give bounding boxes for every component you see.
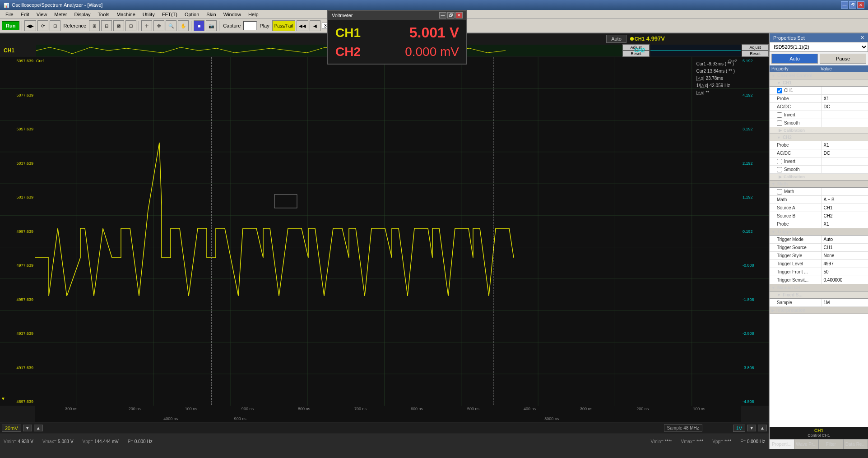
section-ch1-calibration[interactable]: ▶ Calibration xyxy=(770,127,868,134)
menu-tools[interactable]: Tools xyxy=(94,11,113,18)
pause-btn[interactable]: Pause xyxy=(820,54,866,64)
section-ch2-calibration[interactable]: ▶ Calibration xyxy=(770,174,868,180)
menu-skin[interactable]: Skin xyxy=(203,11,219,18)
ch1-smooth-row: Smooth xyxy=(770,119,868,127)
prev1-btn[interactable]: ◀ xyxy=(310,20,320,31)
fixed-sample-val[interactable]: 1M xyxy=(822,299,868,306)
pan-btn[interactable]: ✋ xyxy=(178,20,189,31)
ch2-overview-wave xyxy=(650,45,741,56)
math-formula-row: Math A + B xyxy=(770,196,868,204)
ch2-acdc-val[interactable]: DC xyxy=(822,149,868,157)
y-label-3: 5037.639 xyxy=(0,161,35,166)
prev-btn[interactable]: ◀◀ xyxy=(297,20,308,31)
math-formula-val[interactable]: A + B xyxy=(822,196,868,204)
ch1-meas-value: 4.997V xyxy=(646,35,665,42)
math-probe-val[interactable]: X1 xyxy=(822,220,868,228)
ch1-probe-val[interactable]: X1 xyxy=(822,95,868,102)
vm-minimize-btn[interactable]: — xyxy=(439,12,446,19)
ch2-scale-up[interactable]: ▲ xyxy=(758,425,767,431)
section-trigger[interactable]: ▼ Trigger xyxy=(770,228,868,236)
ch2-scale-down[interactable]: ▼ xyxy=(747,425,756,431)
ch1-smooth-checkbox[interactable] xyxy=(777,120,782,126)
ref-btn-2[interactable]: ⊟ xyxy=(101,20,112,31)
section-channel-control[interactable]: ▼ Channel Control xyxy=(770,72,868,79)
reset2-button[interactable]: Reset xyxy=(742,51,769,57)
toolbar-separator xyxy=(22,21,22,31)
menu-meter[interactable]: Meter xyxy=(51,11,70,18)
math-sourcea-val[interactable]: CH1 xyxy=(822,204,868,212)
trig-source-val[interactable]: CH1 xyxy=(822,244,868,251)
tab-filter[interactable]: Filter xyxy=(819,439,844,449)
close-button[interactable]: ✕ xyxy=(857,1,864,9)
cal2-label: Calibration xyxy=(784,175,805,179)
trig-level-val[interactable]: 4997 xyxy=(822,260,868,268)
auto-button[interactable]: Auto xyxy=(606,35,627,43)
section-math[interactable]: ▼ Math xyxy=(770,180,868,188)
tab-wavepr[interactable]: Wave Pr... xyxy=(794,439,819,449)
ch2-overview xyxy=(650,45,741,56)
menu-fft[interactable]: FFT(T) xyxy=(158,11,181,18)
app-icon: 📊 xyxy=(4,3,9,8)
tab-properties[interactable]: Properti... xyxy=(770,439,794,449)
trig-sensit-val[interactable]: 0.400000 xyxy=(822,276,868,284)
capture-input[interactable]: 1 xyxy=(243,21,257,30)
section-ch2[interactable]: ▼ CH2 xyxy=(770,134,868,141)
menu-option[interactable]: Option xyxy=(181,11,203,18)
ch2-probe-val[interactable]: X1 xyxy=(822,141,868,149)
ch1-scale-down[interactable]: ▼ xyxy=(23,425,32,431)
zoom-btn[interactable]: 🔍 xyxy=(166,20,176,31)
cursor-btn-2[interactable]: ✜ xyxy=(153,20,164,31)
scope-display[interactable]: 5097.639 5077.639 5057.639 5037.639 5017… xyxy=(0,57,769,406)
toolbar-btn-2[interactable]: ⟳ xyxy=(37,20,48,31)
vpp1-val: 144.444 mV xyxy=(94,439,119,444)
section-manual-ch[interactable]: ▼ Manual CH xyxy=(770,284,868,291)
vm-restore-btn[interactable]: 🗗 xyxy=(447,12,455,19)
device-selector[interactable]: ISD5205(1.1)(2) xyxy=(770,42,868,52)
toolbar-btn-3[interactable]: ⊡ xyxy=(50,20,60,31)
math-formula-name: Math xyxy=(770,196,822,204)
menu-edit[interactable]: Edit xyxy=(17,11,33,18)
menu-view[interactable]: View xyxy=(33,11,51,18)
trig-front-name: Trigger Front ... xyxy=(770,268,822,276)
ch2-smooth-checkbox[interactable] xyxy=(777,167,782,172)
menu-display[interactable]: Display xyxy=(70,11,94,18)
section-fixed-s[interactable]: ▼ Fixed S... xyxy=(770,291,868,299)
color-btn[interactable]: ■ xyxy=(194,20,204,31)
ref-btn-4[interactable]: ⊡ xyxy=(125,20,136,31)
auto-btn[interactable]: Auto xyxy=(771,54,818,64)
properties-content[interactable]: ▼ Channel Control ▼ CH1 CH1 Probe X1 AC/ xyxy=(770,72,868,427)
vm-close-btn[interactable]: ✕ xyxy=(455,12,463,19)
section-ch1[interactable]: ▼ CH1 xyxy=(770,79,868,87)
ch1-scale-up[interactable]: ▲ xyxy=(34,425,43,431)
tab-datare[interactable]: Data Re... xyxy=(844,439,868,449)
vm-ch2-row: CH2 0.000 mV xyxy=(335,45,459,59)
adjust2-button[interactable]: Adjust xyxy=(742,44,769,51)
math-checkbox[interactable] xyxy=(777,189,782,194)
menu-utility[interactable]: Utility xyxy=(139,11,158,18)
run-button[interactable]: Run xyxy=(2,21,19,30)
menu-machine[interactable]: Machine xyxy=(113,11,139,18)
toolbar-btn-1[interactable]: ◀▶ xyxy=(24,20,36,31)
trig-front-val[interactable]: 50 xyxy=(822,268,868,276)
minimize-button[interactable]: — xyxy=(841,1,848,9)
trig-mode-val[interactable]: Auto xyxy=(822,236,868,243)
export-btn[interactable]: 📷 xyxy=(206,20,217,31)
ch1-invert-checkbox[interactable] xyxy=(777,112,782,118)
x-tick-6: -600 ns xyxy=(409,407,423,411)
props-close-icon[interactable]: ✕ xyxy=(860,35,864,41)
restore-button[interactable]: 🗗 xyxy=(849,1,856,9)
menu-file[interactable]: File xyxy=(2,11,17,18)
cursor-btn-1[interactable]: ✛ xyxy=(141,20,152,31)
ref-btn-1[interactable]: ⊞ xyxy=(89,20,100,31)
menu-window[interactable]: Window xyxy=(220,11,245,18)
trig-style-val[interactable]: None xyxy=(822,252,868,259)
menu-help[interactable]: Help xyxy=(245,11,262,18)
play-label: Play xyxy=(258,23,270,28)
math-sourceb-val[interactable]: CH2 xyxy=(822,212,868,220)
ch2-invert-checkbox[interactable] xyxy=(777,159,782,164)
ch1-acdc-val[interactable]: DC xyxy=(822,103,868,111)
pass-fail-button[interactable]: Pass/Fail xyxy=(272,20,295,31)
ch1-checkbox[interactable] xyxy=(777,88,782,93)
ref-btn-3[interactable]: ⊠ xyxy=(113,20,124,31)
section-interpretation[interactable]: ▶ Interpretation xyxy=(770,307,868,314)
